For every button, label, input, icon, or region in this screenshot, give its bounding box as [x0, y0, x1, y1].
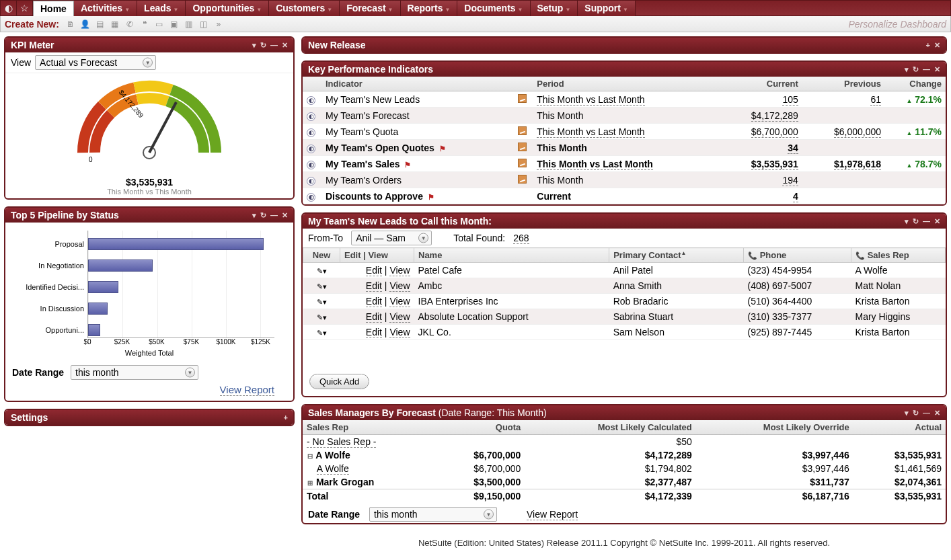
dropdown-icon[interactable]: ▾ [905, 65, 909, 74]
sm-rep[interactable]: ⊞ Mark Grogan [303, 475, 432, 489]
kpi-indicator[interactable]: My Team's Quota [321, 124, 514, 140]
close-icon[interactable]: ✕ [282, 41, 288, 50]
kpi-period[interactable]: This Month vs Last Month [533, 156, 719, 172]
new-contact-icon[interactable]: 👤 [79, 18, 91, 30]
lead-contact[interactable]: Anil Patel [609, 263, 744, 278]
help-icon[interactable]: ◐ [1, 1, 17, 15]
pipeline-bar[interactable] [88, 281, 118, 293]
new-quote-icon[interactable]: ❝ [139, 18, 151, 30]
more-icon[interactable]: » [213, 18, 225, 30]
info-icon[interactable]: ◐ [307, 193, 315, 202]
lead-contact[interactable]: Rob Bradaric [609, 294, 744, 309]
view-link[interactable]: View [389, 280, 410, 292]
pipeline-bar[interactable] [88, 303, 108, 315]
edit-inline-icon[interactable]: ✎▾ [317, 267, 327, 275]
pipeline-daterange-select[interactable]: this month ▼ [71, 365, 198, 380]
info-icon[interactable]: ◐ [307, 161, 315, 169]
col-salesrep[interactable]: 📞 Sales Rep [851, 248, 946, 263]
new-invoice-icon[interactable]: ▣ [168, 18, 180, 30]
tab-reports[interactable]: Reports▼ [401, 1, 458, 16]
new-doc-icon[interactable]: 🗎 [65, 18, 77, 30]
col-contact[interactable]: Primary Contact▲ [609, 248, 744, 263]
col-new[interactable]: New [303, 248, 340, 263]
dropdown-icon[interactable]: ▾ [252, 211, 256, 220]
info-icon[interactable]: ◐ [307, 177, 315, 186]
personalize-dashboard-link[interactable]: Personalize Dashboard [848, 19, 946, 30]
kpi-period[interactable]: This Month [533, 108, 719, 124]
refresh-icon[interactable]: ↻ [913, 217, 919, 226]
col-calc[interactable]: Most Likely Calculated [525, 420, 695, 435]
tab-documents[interactable]: Documents▼ [457, 1, 530, 16]
lead-name[interactable]: Patel Cafe [414, 263, 609, 278]
new-issue-icon[interactable]: ◫ [198, 18, 210, 30]
col-previous[interactable]: Previous [802, 77, 885, 91]
new-task-icon[interactable]: ▤ [94, 18, 106, 30]
col-change[interactable]: Change [885, 77, 946, 91]
new-event-icon[interactable]: ▦ [109, 18, 121, 30]
tab-leads[interactable]: Leads▼ [137, 1, 186, 16]
refresh-icon[interactable]: ↻ [260, 41, 266, 50]
lead-contact[interactable]: Sabrina Stuart [609, 309, 744, 325]
refresh-icon[interactable]: ↻ [913, 65, 919, 74]
minimize-icon[interactable]: — [923, 409, 930, 417]
sm-rep[interactable]: - No Sales Rep - [303, 435, 432, 449]
minimize-icon[interactable]: — [270, 41, 278, 49]
info-icon[interactable]: ◐ [307, 145, 315, 153]
col-current[interactable]: Current [720, 77, 802, 91]
star-icon[interactable]: ☆ [17, 1, 33, 15]
kpi-indicator[interactable]: My Team's Sales ⚑ [321, 156, 514, 172]
lead-name[interactable]: Absolute Location Support [414, 309, 609, 325]
view-link[interactable]: View [389, 311, 410, 323]
view-link[interactable]: View [389, 265, 410, 276]
kpi-indicator[interactable]: My Team's Open Quotes ⚑ [321, 140, 514, 156]
edit-inline-icon[interactable]: ✎▾ [317, 329, 327, 337]
close-icon[interactable]: ✕ [934, 217, 940, 226]
lead-rep[interactable]: Mary Higgins [851, 309, 946, 325]
trend-icon[interactable] [518, 175, 527, 184]
expand-icon[interactable]: + [926, 41, 930, 49]
dropdown-icon[interactable]: ▾ [905, 409, 909, 417]
edit-link[interactable]: Edit [366, 311, 382, 323]
tree-toggle-icon[interactable]: ⊞ [307, 479, 313, 487]
trend-icon[interactable] [518, 126, 527, 135]
tab-opportunities[interactable]: Opportunities▼ [186, 1, 269, 16]
kpi-indicator[interactable]: Discounts to Approve ⚑ [321, 188, 514, 204]
lead-name[interactable]: JKL Co. [414, 325, 609, 340]
col-actual[interactable]: Actual [853, 420, 946, 435]
col-salesrep[interactable]: Sales Rep [303, 420, 432, 435]
edit-link[interactable]: Edit [366, 280, 382, 292]
view-link[interactable]: View [389, 327, 410, 338]
tab-setup[interactable]: Setup▼ [531, 1, 578, 16]
lead-name[interactable]: Ambc [414, 278, 609, 294]
kpi-period[interactable]: This Month vs Last Month [533, 91, 719, 108]
sm-view-report-link[interactable]: View Report [527, 509, 578, 520]
info-icon[interactable]: ◐ [307, 128, 315, 137]
trend-icon[interactable] [518, 159, 527, 167]
sm-daterange-select[interactable]: this month ▼ [369, 507, 497, 522]
kpi-indicator[interactable]: My Team's Orders [321, 172, 514, 188]
info-icon[interactable]: ◐ [307, 112, 315, 121]
lead-name[interactable]: IBA Enterprises Inc [414, 294, 609, 309]
tab-activities[interactable]: Activities▼ [74, 1, 137, 16]
refresh-icon[interactable]: ↻ [913, 409, 919, 417]
minimize-icon[interactable]: — [270, 211, 278, 219]
new-case-icon[interactable]: ▥ [183, 18, 195, 30]
new-order-icon[interactable]: ▭ [153, 18, 165, 30]
kpi-indicator[interactable]: My Team's Forecast [321, 108, 514, 124]
tab-home[interactable]: Home [33, 1, 74, 16]
kpi-period[interactable]: Current [533, 188, 719, 204]
lead-rep[interactable]: A Wolfe [851, 263, 946, 278]
tree-toggle-icon[interactable]: ⊟ [307, 452, 313, 460]
edit-link[interactable]: Edit [366, 265, 382, 276]
lead-rep[interactable]: Krista Barton [851, 294, 946, 309]
close-icon[interactable]: ✕ [934, 409, 940, 417]
col-phone[interactable]: 📞 Phone [744, 248, 851, 263]
lead-contact[interactable]: Sam Nelson [609, 325, 744, 340]
edit-inline-icon[interactable]: ✎▾ [317, 313, 327, 321]
col-period[interactable]: Period [533, 77, 719, 91]
dropdown-icon[interactable]: ▾ [905, 217, 909, 226]
new-call-icon[interactable]: ✆ [124, 18, 136, 30]
col-override[interactable]: Most Likely Override [696, 420, 853, 435]
edit-link[interactable]: Edit [366, 296, 382, 307]
close-icon[interactable]: ✕ [282, 211, 288, 220]
